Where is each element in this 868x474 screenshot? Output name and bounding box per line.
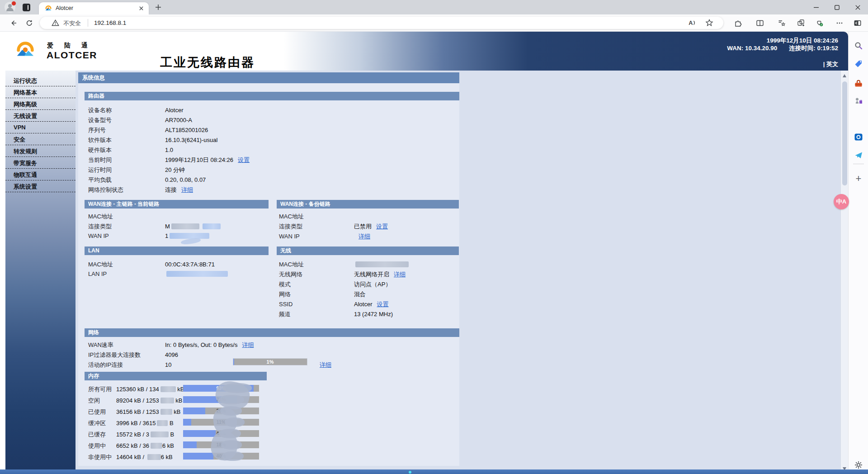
- browser-toolbar: 不安全 192.168.8.1 A: [0, 14, 868, 32]
- refresh-icon[interactable]: [25, 19, 33, 27]
- ip-connections-detail-link[interactable]: 详细: [320, 361, 331, 369]
- scroll-up-icon[interactable]: [843, 74, 846, 77]
- sidebar-item-network-basic[interactable]: 网络基本: [5, 87, 75, 98]
- table-row: LAN IP: [88, 270, 228, 279]
- language-link[interactable]: | 英文: [823, 60, 838, 68]
- window-close-button[interactable]: [847, 0, 868, 14]
- router-admin-page: 爱 陆 通 ALOTCER 工业无线路由器 1999年12月10日 08:24:…: [5, 32, 848, 474]
- split-screen-icon[interactable]: [756, 19, 764, 27]
- tab-group-icon[interactable]: [797, 19, 805, 27]
- edge-side-rail: +: [848, 32, 868, 469]
- back-icon[interactable]: [9, 19, 18, 27]
- backup-detail-link[interactable]: 详细: [359, 233, 370, 240]
- memory-row: 使用中6652 kB / 366 kB 18%: [88, 442, 174, 450]
- redacted-value: [157, 420, 168, 426]
- system-info-banner: 系统信息: [78, 72, 459, 83]
- sidebar-item-iot[interactable]: 物联互通: [5, 169, 75, 180]
- backup-set-link[interactable]: 设置: [376, 223, 388, 230]
- search-icon[interactable]: [854, 41, 863, 50]
- messaging-plane-icon[interactable]: [854, 151, 863, 160]
- outlook-icon[interactable]: [854, 133, 863, 142]
- table-row: 设备型号AR7000-A: [88, 116, 192, 124]
- workspaces-icon[interactable]: [23, 4, 30, 11]
- set-time-link[interactable]: 设置: [238, 156, 250, 163]
- tab-close-icon[interactable]: [137, 5, 145, 12]
- page-scrollbar[interactable]: [840, 71, 848, 474]
- brand-name-en: ALOTCER: [47, 50, 97, 61]
- table-row: 设备名称Alotcer: [88, 106, 183, 114]
- more-options-icon[interactable]: [835, 19, 844, 27]
- svg-text:A: A: [689, 20, 693, 26]
- ip-connections-bar: 1%: [233, 358, 307, 365]
- divider: [88, 19, 88, 27]
- settings-gear-icon[interactable]: [854, 460, 863, 469]
- redacted-value: [147, 454, 161, 460]
- ip-connections-percent: 1%: [233, 359, 307, 365]
- m365-icon[interactable]: [854, 115, 863, 124]
- read-aloud-icon[interactable]: A: [687, 19, 695, 27]
- memory-section-header: 内存: [85, 372, 267, 380]
- tab-title: Alotcer: [56, 5, 73, 11]
- memory-row: 缓冲区3996 kB / 3615 B 11%: [88, 419, 174, 427]
- collections-icon[interactable]: [778, 19, 786, 27]
- sidebar-item-forwarding[interactable]: 转发规则: [5, 146, 75, 157]
- memory-row: 非使用中14604 kB / 6 kB 40%: [88, 453, 173, 461]
- scrollbar-thumb[interactable]: [842, 81, 847, 185]
- extensions-icon[interactable]: [734, 19, 742, 27]
- favorites-star-icon[interactable]: [705, 19, 713, 27]
- page-title: 工业无线路由器: [160, 54, 255, 71]
- table-row: SSIDAlotcer设置: [279, 300, 388, 308]
- window-minimize-button[interactable]: [806, 0, 826, 14]
- table-row: 网络控制状态连接详细: [88, 186, 193, 194]
- redacted-value: [151, 443, 162, 449]
- address-bar[interactable]: 不安全 192.168.8.1 A: [40, 17, 723, 29]
- taskbar-dot-icon: [409, 471, 411, 474]
- table-row: 连接类型已禁用设置: [279, 223, 388, 231]
- browser-essentials-icon[interactable]: [816, 19, 824, 27]
- lan-section-header: LAN: [85, 246, 269, 255]
- ssid-set-link[interactable]: 设置: [377, 301, 388, 308]
- translate-widget[interactable]: 中A: [834, 194, 849, 209]
- url-text[interactable]: 192.168.8.1: [94, 19, 126, 26]
- translate-widget-label: 中A: [836, 198, 846, 205]
- add-icon[interactable]: +: [854, 175, 863, 184]
- memory-row: 空闲89204 kB / 1253 kB 71%: [88, 397, 183, 405]
- security-label[interactable]: 不安全: [63, 19, 81, 28]
- table-row: MAC地址: [88, 213, 165, 221]
- new-tab-button[interactable]: [154, 3, 162, 11]
- redacted-value: [160, 386, 176, 392]
- table-row: WAN速率In: 0 Bytes/s, Out: 0 Bytes/s详细: [88, 341, 254, 349]
- memory-row: 已缓存15572 kB / 3 B 43%: [88, 431, 174, 439]
- sidebar-toggle-icon[interactable]: [854, 19, 862, 27]
- wan-backup-section-header: WAN连接 - 备份链路: [277, 200, 459, 209]
- sidebar-item-system[interactable]: 系统设置: [5, 181, 75, 192]
- table-row: WAN IP详细: [279, 232, 370, 241]
- window-maximize-button[interactable]: [826, 0, 847, 14]
- sidebar-item-security[interactable]: 安全: [5, 134, 75, 145]
- table-row: 当前时间1999年12月10日 08:24:26设置: [88, 156, 250, 164]
- sidebar-item-bandwidth[interactable]: 带宽服务: [5, 157, 75, 169]
- header-datetime: 1999年12月10日 08:24:26: [767, 37, 838, 45]
- table-row: MAC地址00:0C:43:7A:8B:71: [88, 261, 215, 269]
- netwatch-detail-link[interactable]: 详细: [181, 186, 193, 193]
- table-row: 网络混合: [279, 290, 366, 299]
- games-icon[interactable]: [854, 96, 863, 105]
- table-row: 平均负载0.20, 0.08, 0.07: [88, 176, 206, 184]
- tab-favicon-icon: [45, 5, 52, 12]
- browser-tab[interactable]: Alotcer: [39, 2, 149, 14]
- table-row: 硬件版本1.0: [88, 146, 173, 154]
- taskbar-edge: [0, 469, 868, 474]
- table-row: 无线网络无线网络开启详细: [279, 270, 406, 279]
- profile-avatar[interactable]: [5, 2, 15, 13]
- sidebar-item-wireless[interactable]: 无线设置: [5, 110, 75, 122]
- sidebar-item-running-status[interactable]: 运行状态: [5, 75, 75, 86]
- sidebar-item-network-advanced[interactable]: 网络高级: [5, 99, 75, 110]
- sidebar-item-vpn[interactable]: VPN: [5, 122, 75, 133]
- memory-row: 已使用36156 kB / 1253 kB 29%: [88, 408, 181, 416]
- shopping-tag-icon[interactable]: [854, 60, 863, 69]
- redacted-value: [151, 431, 169, 437]
- wireless-detail-link[interactable]: 详细: [394, 271, 406, 278]
- toolbox-icon[interactable]: [854, 79, 863, 88]
- not-secure-warning-icon: [52, 19, 60, 27]
- wan-rate-detail-link[interactable]: 详细: [242, 341, 254, 348]
